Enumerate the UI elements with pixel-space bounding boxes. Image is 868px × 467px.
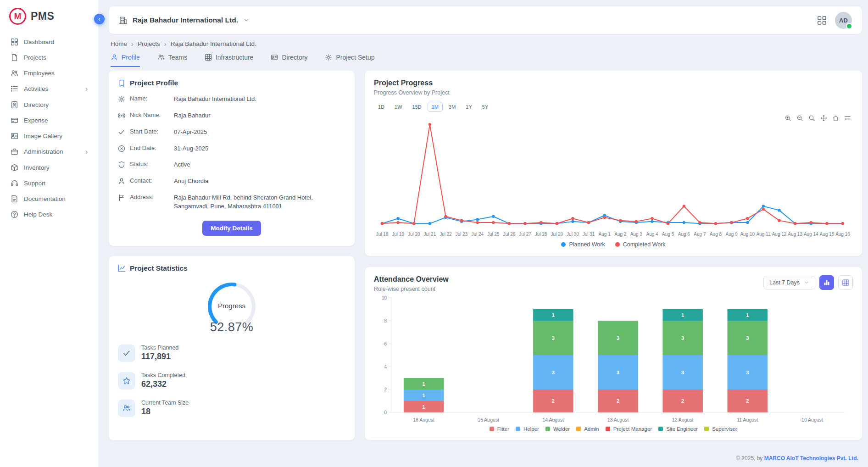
modify-details-button[interactable]: Modify Details — [202, 221, 261, 236]
breadcrumb-separator: › — [164, 40, 167, 48]
sidebar-item-activities[interactable]: Activities › — [0, 81, 98, 97]
project-progress-line-chart: Jul 18Jul 19Jul 20Jul 21Jul 22Jul 23Jul … — [374, 112, 851, 240]
sidebar-item-documentation[interactable]: Documentation › — [0, 191, 98, 206]
sidebar-item-image-gallery[interactable]: Image Gallery › — [0, 128, 98, 144]
svg-text:Jul 18: Jul 18 — [376, 232, 389, 237]
footer-company-link[interactable]: MARCO AIoT Technologies Pvt. Ltd. — [764, 455, 858, 461]
range-button-1d[interactable]: 1D — [374, 102, 389, 112]
sidebar-item-help-desk[interactable]: Help Desk › — [0, 206, 98, 222]
administration-icon — [11, 148, 18, 156]
sidebar-nav: Dashboard › Projects › Employees › Activ… — [0, 30, 98, 226]
avatar[interactable]: AD — [835, 12, 852, 29]
breadcrumb-home[interactable]: Home — [111, 40, 127, 47]
range-button-15d[interactable]: 15D — [408, 102, 426, 112]
field-label: Contact: — [130, 177, 169, 184]
sidebar-item-directory[interactable]: Directory › — [0, 97, 98, 112]
legend-label: Welder — [553, 426, 570, 432]
table-view-toggle-button[interactable] — [838, 275, 853, 290]
range-button-5y[interactable]: 5Y — [478, 102, 492, 112]
reset-zoom-home-icon[interactable] — [832, 115, 839, 122]
svg-text:Aug 16: Aug 16 — [835, 232, 850, 237]
legend-item-helper[interactable]: Helper — [516, 426, 539, 432]
tab-teams[interactable]: Teams — [157, 54, 187, 67]
field-label: Address: — [130, 194, 169, 200]
range-button-1y[interactable]: 1Y — [462, 102, 476, 112]
sidebar-item-administration[interactable]: Administration › — [0, 144, 98, 160]
progress-card-subtitle: Progress Overview by Project — [374, 89, 853, 96]
support-icon — [11, 179, 18, 187]
sidebar-item-label: Expense — [24, 117, 48, 124]
sidebar-item-employees[interactable]: Employees › — [0, 65, 98, 81]
svg-text:Jul 23: Jul 23 — [456, 232, 468, 237]
range-button-3m[interactable]: 3M — [445, 102, 460, 112]
svg-text:3: 3 — [552, 370, 555, 375]
range-button-1m[interactable]: 1M — [428, 102, 443, 112]
logo-mark-icon: M — [9, 8, 26, 25]
stat-value: 62,332 — [141, 379, 185, 389]
profile-icon — [111, 54, 118, 61]
pan-icon[interactable] — [820, 115, 827, 122]
person-icon — [118, 178, 125, 185]
legend-label: Site Engineer — [666, 426, 698, 432]
chevron-down-icon — [243, 17, 250, 23]
breadcrumb-projects[interactable]: Projects — [138, 40, 160, 47]
svg-text:16 August: 16 August — [413, 417, 434, 423]
legend-item-supervisor[interactable]: Supervisor — [704, 426, 737, 432]
star-icon — [122, 377, 131, 385]
selection-zoom-icon[interactable] — [808, 115, 815, 122]
legend-swatch — [576, 427, 581, 431]
projects-icon — [11, 54, 18, 61]
company-selector[interactable]: Raja Bahadur International Ltd. — [119, 16, 250, 25]
chevron-right-icon: › — [85, 148, 88, 156]
range-button-1w[interactable]: 1W — [390, 102, 406, 112]
svg-text:3: 3 — [617, 370, 619, 375]
apps-grid-button[interactable] — [817, 16, 827, 25]
tab-infrastructure[interactable]: Infrastructure — [205, 54, 253, 67]
legend-swatch — [615, 242, 620, 247]
legend-item-site-engineer[interactable]: Site Engineer — [658, 426, 698, 432]
chart-icon — [118, 264, 126, 272]
stat-label: Current Team Size — [141, 400, 189, 406]
company-name: Raja Bahadur International Ltd. — [133, 16, 238, 24]
svg-text:3: 3 — [617, 335, 619, 341]
svg-text:3: 3 — [681, 370, 684, 375]
stat-value: 117,891 — [141, 352, 178, 361]
legend-label: Planned Work — [569, 241, 605, 248]
svg-text:3: 3 — [552, 335, 555, 341]
bar-view-toggle-button[interactable] — [819, 275, 834, 290]
legend-item-completed-work[interactable]: Completed Work — [615, 241, 666, 248]
sidebar-item-projects[interactable]: Projects › — [0, 50, 98, 65]
legend-swatch — [561, 242, 566, 247]
topbar: Raja Bahadur International Ltd. AD — [109, 6, 862, 34]
project-profile-card: Project Profile Name: Raja Bahadur Inter… — [109, 71, 355, 246]
tab-directory[interactable]: Directory — [271, 54, 307, 67]
legend-item-fitter[interactable]: Fitter — [490, 426, 509, 432]
tab-label: Teams — [168, 54, 187, 61]
shield-icon — [118, 161, 125, 168]
legend-item-planned-work[interactable]: Planned Work — [561, 241, 605, 248]
legend-item-admin[interactable]: Admin — [576, 426, 599, 432]
tab-project-setup[interactable]: Project Setup — [325, 54, 374, 67]
flag-icon — [118, 194, 125, 201]
sidebar-item-inventory[interactable]: Inventory › — [0, 160, 98, 175]
svg-text:14 August: 14 August — [542, 417, 564, 423]
legend-item-project-manager[interactable]: Project Manager — [606, 426, 652, 432]
sidebar-item-dashboard[interactable]: Dashboard › — [0, 34, 98, 50]
sidebar-item-expense[interactable]: Expense › — [0, 112, 98, 128]
zoom-out-icon[interactable] — [796, 115, 803, 122]
field-value: Active — [174, 161, 190, 169]
tab-profile[interactable]: Profile — [111, 54, 140, 67]
chart-menu-icon[interactable] — [844, 115, 851, 122]
sidebar-item-label: Inventory — [24, 164, 50, 171]
attendance-card-title: Attendance Overview — [374, 275, 449, 284]
sidebar-item-label: Documentation — [24, 195, 66, 202]
zoom-in-icon[interactable] — [785, 115, 791, 122]
field-label: Status: — [130, 161, 169, 167]
sidebar-item-support[interactable]: Support › — [0, 175, 98, 191]
svg-text:Jul 26: Jul 26 — [503, 232, 516, 237]
sidebar-collapse-button[interactable]: ‹ — [94, 14, 105, 24]
legend-item-welder[interactable]: Welder — [545, 426, 570, 432]
attendance-range-select[interactable]: Last 7 Days — [763, 276, 815, 289]
breadcrumb: Home › Projects › Raja Bahadur Internati… — [111, 40, 860, 48]
svg-text:Jul 31: Jul 31 — [583, 232, 595, 237]
